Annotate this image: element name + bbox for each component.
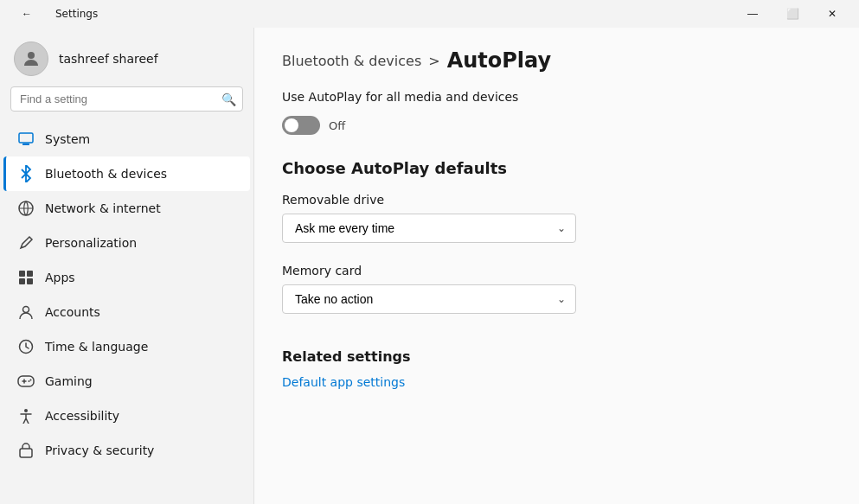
sidebar-item-time[interactable]: Time & language [3,329,250,364]
sidebar-item-accessibility[interactable]: Accessibility [3,399,250,433]
svg-rect-4 [19,271,25,277]
minimize-button[interactable]: — [733,0,772,28]
sidebar-item-personalization-label: Personalization [45,236,137,250]
svg-rect-5 [27,271,33,277]
apps-icon [17,269,35,286]
breadcrumb-parent: Bluetooth & devices [282,53,421,69]
avatar [14,41,48,76]
accounts-icon [17,303,35,321]
svg-point-8 [23,307,29,313]
back-button[interactable]: ← [7,0,47,28]
memory-card-dropdown-wrapper: Take no action Ask me every time Open fo… [282,284,576,314]
search-input[interactable] [10,86,243,112]
title-bar-left: ← Settings [7,0,98,28]
search-icon[interactable]: 🔍 [221,93,236,106]
sidebar: tashreef shareef 🔍 System [0,28,254,504]
svg-rect-6 [19,278,25,284]
sidebar-item-privacy[interactable]: Privacy & security [3,433,250,468]
sidebar-item-gaming-label: Gaming [45,374,93,388]
title-bar: ← Settings — ⬜ ✕ [0,0,859,28]
sidebar-item-personalization[interactable]: Personalization [3,226,250,260]
svg-rect-14 [20,449,32,457]
maximize-button[interactable]: ⬜ [772,0,812,28]
network-icon [17,200,35,217]
user-profile: tashreef shareef [0,28,253,86]
sidebar-item-network[interactable]: Network & internet [3,191,250,226]
window-controls: — ⬜ ✕ [733,0,852,28]
main-content: Bluetooth & devices > AutoPlay Use AutoP… [254,28,859,504]
nav-list: System Bluetooth & devices Network & [0,118,253,471]
svg-point-12 [30,380,32,381]
memory-card-select[interactable]: Take no action Ask me every time Open fo… [282,284,576,314]
related-settings: Related settings Default app settings [282,348,831,390]
sidebar-item-bluetooth[interactable]: Bluetooth & devices [3,156,250,191]
choose-defaults-title: Choose AutoPlay defaults [282,159,831,177]
memory-card-section: Memory card Take no action Ask me every … [282,264,831,314]
svg-point-0 [28,52,35,59]
autoplay-setting-label: Use AutoPlay for all media and devices [282,90,831,104]
toggle-knob [285,118,298,132]
related-settings-title: Related settings [282,348,831,365]
sidebar-item-gaming[interactable]: Gaming [3,364,250,399]
sidebar-item-accessibility-label: Accessibility [45,409,119,423]
removable-drive-select[interactable]: Ask me every time Take no action Open fo… [282,214,576,243]
toggle-state-label: Off [329,119,345,132]
system-icon [17,131,35,148]
accessibility-icon [17,407,35,424]
removable-drive-section: Removable drive Ask me every time Take n… [282,193,831,243]
sidebar-item-system[interactable]: System [3,122,250,156]
window-title: Settings [55,8,98,20]
default-app-settings-link[interactable]: Default app settings [282,375,405,389]
gaming-icon [17,373,35,390]
svg-rect-1 [19,133,33,143]
sidebar-item-accounts[interactable]: Accounts [3,295,250,329]
sidebar-item-accounts-label: Accounts [45,305,100,319]
search-box: 🔍 [10,86,243,112]
breadcrumb-current: AutoPlay [447,48,552,73]
removable-drive-dropdown-wrapper: Ask me every time Take no action Open fo… [282,214,576,243]
autoplay-toggle[interactable] [282,116,320,135]
app-body: tashreef shareef 🔍 System [0,28,859,504]
personalization-icon [17,234,35,252]
svg-rect-2 [22,144,29,145]
time-icon [17,338,35,355]
sidebar-item-privacy-label: Privacy & security [45,443,154,457]
sidebar-item-network-label: Network & internet [45,201,161,215]
close-button[interactable]: ✕ [812,0,852,28]
privacy-icon [17,442,35,459]
sidebar-item-bluetooth-label: Bluetooth & devices [45,167,167,181]
bluetooth-icon [17,165,35,182]
breadcrumb: Bluetooth & devices > AutoPlay [282,48,831,73]
svg-point-13 [24,409,28,412]
user-name: tashreef shareef [59,52,158,66]
sidebar-item-apps[interactable]: Apps [3,260,250,295]
removable-drive-label: Removable drive [282,193,831,207]
sidebar-item-time-label: Time & language [45,340,148,354]
sidebar-item-system-label: System [45,132,90,146]
memory-card-label: Memory card [282,264,831,278]
toggle-container: Off [282,116,831,135]
svg-point-11 [29,380,30,382]
sidebar-item-apps-label: Apps [45,271,75,284]
breadcrumb-separator: > [428,53,439,69]
svg-rect-7 [27,278,33,284]
